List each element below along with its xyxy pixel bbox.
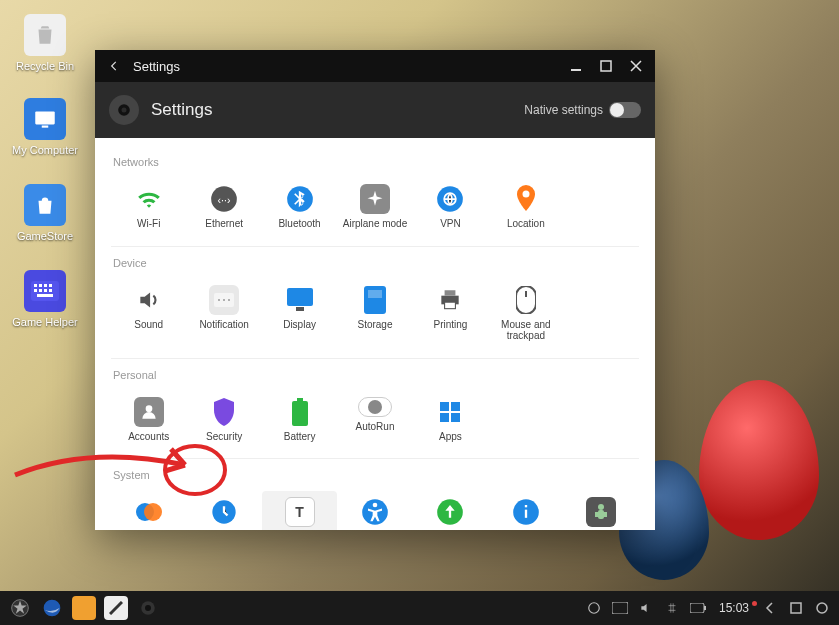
clock-text: 15:03 — [719, 601, 749, 615]
svg-rect-50 — [525, 505, 527, 507]
settings-item-airplane-mode[interactable]: Airplane mode — [337, 178, 412, 236]
svg-rect-7 — [34, 289, 37, 292]
desktop-icon-recycle-bin[interactable]: Recycle Bin — [10, 14, 80, 72]
settings-item-printing[interactable]: Printing — [413, 279, 488, 348]
settings-item-label: Security — [206, 431, 242, 443]
taskbar-app-files[interactable] — [72, 596, 96, 620]
settings-item-label: Display — [283, 319, 316, 331]
settings-item-notification[interactable]: Notification — [186, 279, 261, 348]
nav-back-button[interactable] — [761, 599, 779, 617]
svg-rect-0 — [35, 111, 55, 124]
autorun-icon — [358, 397, 392, 417]
notification-icon — [209, 285, 239, 315]
apps-icon — [435, 397, 465, 427]
taskbar-app-editor[interactable] — [104, 596, 128, 620]
settings-item-wifi[interactable]: Wi-Fi — [111, 178, 186, 236]
settings-item-display[interactable]: Display — [262, 279, 337, 348]
updates-icon — [435, 497, 465, 527]
svg-rect-32 — [445, 302, 456, 309]
settings-item-label: VPN — [440, 218, 461, 230]
accessibility-icon — [360, 497, 390, 527]
settings-item-system-updates[interactable]: System updates — [413, 491, 488, 530]
settings-item-label: Mouse and trackpad — [490, 319, 561, 342]
nav-recent-button[interactable] — [813, 599, 831, 617]
battery-icon — [285, 397, 315, 427]
settings-item-label: AutoRun — [356, 421, 395, 433]
back-button[interactable] — [103, 55, 125, 77]
maximize-button[interactable] — [595, 55, 617, 77]
settings-item-label: Accounts — [128, 431, 169, 443]
settings-item-label: Ethernet — [205, 218, 243, 230]
settings-item-apps[interactable]: Apps — [413, 391, 488, 449]
settings-item-storage[interactable]: Storage — [337, 279, 412, 348]
nav-home-button[interactable] — [787, 599, 805, 617]
svg-rect-33 — [516, 286, 536, 314]
tray-notifications-icon[interactable] — [585, 599, 603, 617]
tray-volume-icon[interactable] — [637, 599, 655, 617]
settings-item-vpn[interactable]: VPN — [413, 178, 488, 236]
svg-rect-38 — [440, 402, 449, 411]
svg-rect-29 — [368, 290, 382, 298]
desktop-icon-game-helper[interactable]: Game Helper — [10, 270, 80, 328]
settings-item-appearance[interactable]: Appearance — [111, 491, 186, 530]
svg-rect-13 — [601, 61, 611, 71]
svg-point-57 — [44, 600, 61, 617]
tray-network-icon[interactable] — [663, 599, 681, 617]
settings-item-language-input[interactable]: T Languages & input — [262, 491, 337, 530]
taskbar-clock[interactable]: 15:03 — [715, 601, 753, 615]
svg-rect-31 — [445, 290, 456, 295]
close-button[interactable] — [625, 55, 647, 77]
toggle-switch-icon — [609, 102, 641, 118]
settings-item-label: Airplane mode — [343, 218, 407, 230]
desktop-icon-my-computer[interactable]: My Computer — [10, 98, 80, 156]
printing-icon — [435, 285, 465, 315]
svg-point-15 — [122, 108, 127, 113]
wifi-icon — [134, 184, 164, 214]
settings-item-root-permissions[interactable]: Root Permissions — [564, 491, 639, 530]
minimize-button[interactable] — [565, 55, 587, 77]
svg-point-60 — [589, 603, 600, 614]
desktop-icon-label: Game Helper — [12, 316, 77, 328]
settings-item-label: Printing — [433, 319, 467, 331]
settings-item-battery[interactable]: Battery — [262, 391, 337, 449]
info-icon — [511, 497, 541, 527]
settings-item-accounts[interactable]: Accounts — [111, 391, 186, 449]
settings-item-label: Sound — [134, 319, 163, 331]
tray-battery-icon[interactable] — [689, 599, 707, 617]
monitor-icon — [24, 98, 66, 140]
taskbar-app-browser[interactable] — [40, 596, 64, 620]
svg-point-43 — [144, 503, 162, 521]
desktop-icon-gamestore[interactable]: GameStore — [10, 184, 80, 242]
taskbar: 15:03 — [0, 591, 839, 625]
svg-rect-37 — [292, 401, 308, 426]
tray-keyboard-icon[interactable] — [611, 599, 629, 617]
native-settings-toggle[interactable]: Native settings — [524, 102, 641, 118]
svg-point-46 — [373, 503, 378, 508]
settings-item-security[interactable]: Security — [186, 391, 261, 449]
svg-point-25 — [228, 299, 230, 301]
svg-rect-1 — [42, 126, 49, 128]
svg-point-35 — [145, 405, 152, 412]
settings-item-mouse-trackpad[interactable]: Mouse and trackpad — [488, 279, 563, 348]
svg-point-24 — [223, 299, 225, 301]
start-button[interactable] — [8, 596, 32, 620]
storage-icon — [360, 285, 390, 315]
settings-item-about-tablet[interactable]: About tablet — [488, 491, 563, 530]
settings-item-label: Location — [507, 218, 545, 230]
settings-item-sound[interactable]: Sound — [111, 279, 186, 348]
bag-icon — [24, 184, 66, 226]
settings-item-location[interactable]: Location — [488, 178, 563, 236]
settings-item-autorun[interactable]: AutoRun — [337, 391, 412, 449]
taskbar-app-settings[interactable] — [136, 596, 160, 620]
root-icon — [586, 497, 616, 527]
native-settings-label: Native settings — [524, 103, 603, 117]
svg-rect-52 — [598, 510, 604, 519]
settings-item-bluetooth[interactable]: Bluetooth — [262, 178, 337, 236]
settings-item-accessibility[interactable]: Accessibility — [337, 491, 412, 530]
window-title: Settings — [133, 59, 180, 74]
language-icon: T — [285, 497, 315, 527]
settings-item-ethernet[interactable]: ‹··› Ethernet — [186, 178, 261, 236]
display-icon — [285, 285, 315, 315]
settings-item-date-time[interactable]: Date & time — [186, 491, 261, 530]
svg-rect-40 — [440, 413, 449, 422]
